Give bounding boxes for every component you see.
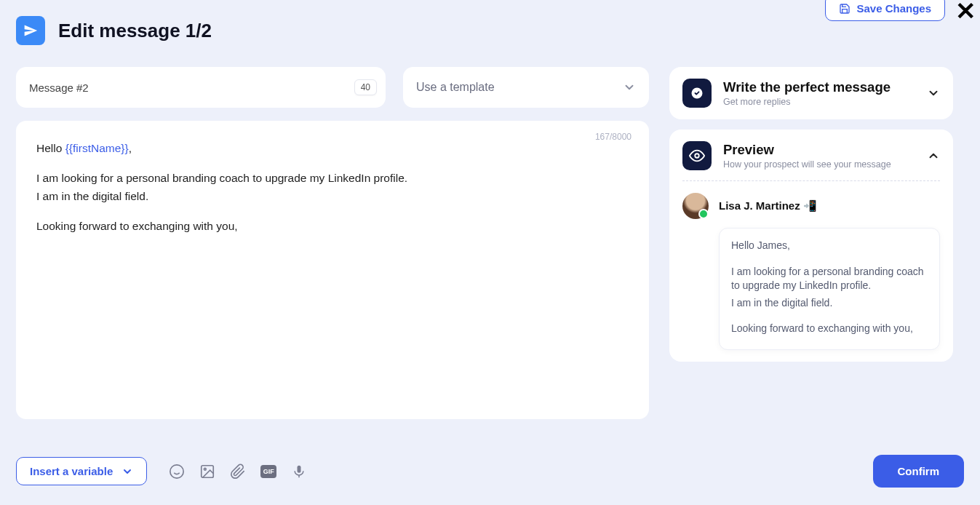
prospect-name: Lisa J. Martinez 📲 xyxy=(719,199,817,212)
image-icon[interactable] xyxy=(199,464,215,480)
preview-sub: How your prospect will see your message xyxy=(723,159,891,170)
template-placeholder: Use a template xyxy=(416,81,495,94)
page-header: Edit message 1/2 xyxy=(16,16,212,45)
editor-line-2: I am in the digital field. xyxy=(36,189,629,204)
confirm-button[interactable]: Confirm xyxy=(873,455,965,488)
insert-variable-label: Insert a variable xyxy=(30,465,113,477)
svg-point-8 xyxy=(695,154,699,158)
preview-title: Preview xyxy=(723,142,891,157)
perfect-sub: Get more replies xyxy=(723,97,891,107)
editor-line-1: I am looking for a personal branding coa… xyxy=(36,171,629,186)
preview-line-1: I am looking for a personal branding coa… xyxy=(731,265,928,293)
chevron-down-icon[interactable] xyxy=(927,87,940,100)
char-counter: 167/8000 xyxy=(595,131,632,143)
message-name-input-wrap: 40 xyxy=(16,67,386,108)
attachment-icon[interactable] xyxy=(230,464,246,480)
close-icon[interactable]: ✕ xyxy=(955,0,976,23)
send-icon xyxy=(16,16,45,45)
editor-closing: Looking forward to exchanging with you, xyxy=(36,219,629,234)
message-name-input[interactable] xyxy=(29,81,354,94)
save-icon xyxy=(839,3,850,15)
microphone-icon[interactable] xyxy=(291,464,307,480)
chevron-down-icon xyxy=(121,466,133,477)
greeting-prefix: Hello xyxy=(36,142,65,154)
insert-variable-button[interactable]: Insert a variable xyxy=(16,457,147,485)
eye-icon xyxy=(682,141,712,170)
svg-point-0 xyxy=(170,464,183,477)
gif-icon[interactable]: GIF xyxy=(260,464,276,480)
preview-greeting: Hello James, xyxy=(731,239,928,253)
preview-bubble: Hello James, I am looking for a personal… xyxy=(719,228,940,350)
perfect-title: Write the perfect message xyxy=(723,79,891,95)
save-changes-button[interactable]: Save Changes xyxy=(825,0,945,21)
editor-content: Hello {{firstName}}, I am looking for a … xyxy=(36,141,629,234)
avatar xyxy=(682,193,709,219)
firstname-variable: {{firstName}} xyxy=(65,142,129,154)
greeting-suffix: , xyxy=(129,142,132,154)
perfect-message-panel: Write the perfect message Get more repli… xyxy=(669,67,953,119)
template-select[interactable]: Use a template xyxy=(403,67,649,108)
preview-line-2: I am in the digital field. xyxy=(731,296,928,311)
preview-closing: Looking forward to exchanging with you, xyxy=(731,322,928,336)
message-count-badge: 40 xyxy=(354,79,377,95)
chat-check-icon xyxy=(682,79,712,108)
chevron-down-icon xyxy=(623,81,636,94)
chevron-up-icon[interactable] xyxy=(927,149,940,162)
preview-panel: Preview How your prospect will see your … xyxy=(669,130,953,362)
save-label: Save Changes xyxy=(856,2,931,15)
svg-point-4 xyxy=(204,468,207,470)
emoji-icon[interactable] xyxy=(169,464,185,480)
page-title: Edit message 1/2 xyxy=(58,20,212,42)
message-editor[interactable]: 167/8000 Hello {{firstName}}, I am looki… xyxy=(16,121,649,419)
